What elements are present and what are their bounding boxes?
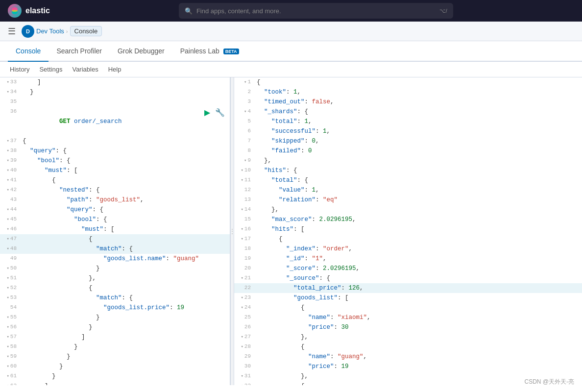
table-row: ▾55 }	[0, 313, 230, 322]
table-row: 18 "_index": "order",	[234, 244, 582, 254]
output-panel[interactable]: ▾1 { 2 "took": 1, 3 "timed_out": false, …	[234, 77, 582, 385]
table-row: ▾45 "bool": {	[0, 215, 230, 224]
table-row: 6 "successful": 1,	[234, 126, 582, 136]
table-row: ▾50 }	[0, 264, 230, 273]
output-editor[interactable]: ▾1 { 2 "took": 1, 3 "timed_out": false, …	[234, 77, 582, 385]
table-row: 29 "name": "guang",	[234, 352, 582, 362]
table-row: ▾62 ]	[0, 381, 230, 385]
avatar: D	[22, 25, 34, 38]
table-row: ▾39 "bool": {	[0, 156, 230, 166]
table-row: 13 "relation": "eq"	[234, 195, 582, 205]
table-row: ▾9 },	[234, 156, 582, 166]
table-row: ▾1 {	[234, 77, 582, 87]
global-search[interactable]: 🔍 Find apps, content, and more. ⌥/	[179, 3, 453, 19]
table-row: 12 "value": 1,	[234, 185, 582, 195]
tab-grok-debugger[interactable]: Grok Debugger	[110, 41, 172, 62]
editor-panel[interactable]: ▾33 ] ▾34 } 35 36 GET order/_search ▶ �	[0, 77, 230, 385]
table-row: 15 "max_score": 2.0296195,	[234, 215, 582, 224]
secondary-navigation: ☰ D Dev Tools › Console	[0, 22, 582, 41]
beta-badge: BETA	[223, 49, 239, 54]
table-row: ▾48 "match": {	[0, 244, 230, 254]
table-row: 54 "goods_list.price": 19	[0, 303, 230, 313]
table-row: ▾11 "total": {	[234, 175, 582, 185]
table-row: ▾56 }	[0, 322, 230, 332]
table-row: ▾33 ]	[0, 77, 230, 87]
copy-as-curl-button[interactable]: 🔧	[214, 107, 226, 118]
table-row: 20 "_score": 2.0296195,	[234, 264, 582, 273]
table-row: ▾24 {	[234, 303, 582, 313]
table-row: 26 "price": 30	[234, 322, 582, 332]
table-row: ▾21 "_source": {	[234, 273, 582, 283]
table-row: ▾61 }	[0, 371, 230, 381]
table-row: 19 "_id": "1",	[234, 254, 582, 264]
code-editor[interactable]: ▾33 ] ▾34 } 35 36 GET order/_search ▶ �	[0, 77, 230, 385]
panel-divider[interactable]: ⋮	[230, 77, 234, 385]
table-row: ▾27 },	[234, 332, 582, 342]
table-row: 8 "failed": 0	[234, 146, 582, 156]
table-row: ▾28 {	[234, 342, 582, 352]
history-button[interactable]: History	[8, 65, 31, 74]
table-row: ▾10 "hits": {	[234, 166, 582, 175]
table-row: ▾41 {	[0, 175, 230, 185]
table-row: ▾37 {	[0, 136, 230, 146]
table-row: 25 "name": "xiaomi",	[234, 313, 582, 322]
search-shortcut: ⌥/	[439, 8, 447, 14]
table-row: ▾47 {	[0, 234, 230, 244]
search-placeholder: Find apps, content, and more.	[196, 7, 281, 15]
hamburger-button[interactable]: ☰	[6, 24, 18, 39]
table-row: ▾51 },	[0, 273, 230, 283]
table-row: ▾16 "hits": [	[234, 224, 582, 234]
top-navigation: elastic 🔍 Find apps, content, and more. …	[0, 0, 582, 22]
table-row: ▾40 "must": [	[0, 166, 230, 175]
breadcrumb-devtools[interactable]: Dev Tools	[36, 27, 64, 35]
table-row: 30 "price": 19	[234, 362, 582, 371]
tab-search-profiler[interactable]: Search Profiler	[48, 41, 110, 62]
table-row: ▾44 "query": {	[0, 205, 230, 215]
table-row: ▾4 "_shards": {	[234, 107, 582, 117]
table-row: 43 "path": "goods_list",	[0, 195, 230, 205]
breadcrumb-separator: ›	[66, 28, 68, 34]
svg-point-2	[12, 10, 18, 12]
editor-container: ▾33 ] ▾34 } 35 36 GET order/_search ▶ �	[0, 77, 582, 385]
table-row: ▾53 "match": {	[0, 293, 230, 303]
search-icon: 🔍	[185, 7, 193, 15]
tab-console[interactable]: Console	[8, 41, 48, 62]
table-row: 35	[0, 97, 230, 107]
table-row: 2 "took": 1,	[234, 87, 582, 97]
logo-icon	[8, 4, 22, 18]
settings-button[interactable]: Settings	[37, 65, 64, 74]
table-row: ▾42 "nested": {	[0, 185, 230, 195]
table-row: 22 "total_price": 126,	[234, 283, 582, 293]
tab-painless-lab[interactable]: Painless Lab BETA	[172, 41, 247, 62]
table-row: ▾38 "query": {	[0, 146, 230, 156]
table-row: ▾23 "goods_list": [	[234, 293, 582, 303]
table-row: 3 "timed_out": false,	[234, 97, 582, 107]
table-row: ▾59 }	[0, 352, 230, 362]
logo-text: elastic	[25, 6, 50, 15]
table-row: ▾60 }	[0, 362, 230, 371]
table-row: 7 "skipped": 0,	[234, 136, 582, 146]
table-row: ▾57 ]	[0, 332, 230, 342]
table-row: 36 GET order/_search ▶ 🔧	[0, 107, 230, 136]
main-tabs: Console Search Profiler Grok Debugger Pa…	[0, 41, 582, 62]
table-row: ▾58 }	[0, 342, 230, 352]
breadcrumb: Dev Tools › Console	[36, 26, 102, 36]
table-row: ▾34 }	[0, 87, 230, 97]
help-button[interactable]: Help	[106, 65, 123, 74]
table-row: 5 "total": 1,	[234, 117, 582, 126]
table-row: ▾52 {	[0, 283, 230, 293]
watermark: CSDN @天外天-亮	[524, 378, 574, 385]
table-row: 49 "goods_list.name": "guang"	[0, 254, 230, 264]
run-button[interactable]: ▶	[203, 107, 211, 118]
table-row: ▾17 {	[234, 234, 582, 244]
breadcrumb-console: Console	[70, 26, 102, 36]
variables-button[interactable]: Variables	[70, 65, 100, 74]
elastic-logo[interactable]: elastic	[8, 4, 50, 18]
table-row: ▾14 },	[234, 205, 582, 215]
table-row: ▾46 "must": [	[0, 224, 230, 234]
toolbar: History Settings Variables Help	[0, 62, 582, 77]
